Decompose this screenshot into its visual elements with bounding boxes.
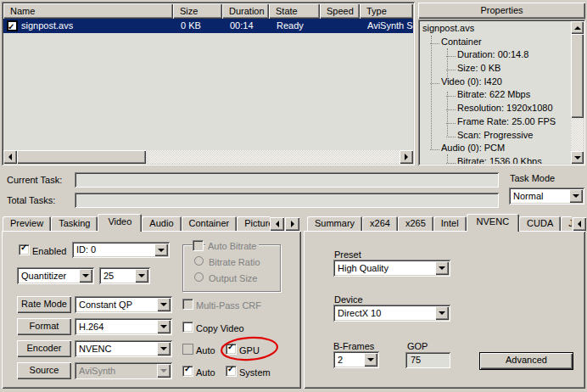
preset-select[interactable]: High Quality: [333, 260, 450, 277]
dropdown-button[interactable]: [364, 353, 377, 367]
tree-item[interactable]: Bitrate: 622 Mbps: [420, 88, 571, 102]
quantizer-mode-select[interactable]: Quantitizer: [17, 267, 94, 284]
auto2-checkbox[interactable]: [182, 366, 193, 377]
column-header-duration[interactable]: Duration: [222, 3, 269, 19]
total-tasks-label: Total Tasks:: [7, 195, 55, 205]
tab-preview[interactable]: Preview: [3, 216, 51, 231]
preset-value: High Quality: [338, 263, 433, 273]
tree-item[interactable]: Bitrate: 1536.0 Kbps: [420, 155, 571, 164]
tab-nvenc[interactable]: NVENC: [467, 214, 520, 232]
mediacoder-window: NameSizeDurationStateSpeedType signpost.…: [0, 0, 587, 392]
tree-item[interactable]: Scan: Progressive: [420, 129, 571, 143]
column-header-speed[interactable]: Speed: [320, 3, 360, 19]
file-list-selected-row[interactable]: signpost.avs0 KB00:14ReadyAviSynth Scri: [3, 19, 413, 33]
tree-item-label: Audio (0): PCM: [441, 142, 505, 155]
chevron-down-icon: [160, 369, 167, 372]
tab-label: NVENC: [477, 216, 510, 227]
task-mode-select[interactable]: Normal: [509, 188, 584, 204]
gop-input[interactable]: 75: [405, 352, 450, 368]
copy-video-checkbox[interactable]: [182, 322, 193, 333]
right-tabs-scroll-left-button[interactable]: [573, 217, 586, 231]
gpu-checkbox[interactable]: [226, 344, 237, 355]
auto-bitrate-auto-checkbox[interactable]: [182, 344, 193, 355]
left-tabs-scroll-right-button[interactable]: [285, 217, 299, 231]
tree-item-label: Frame Rate: 25.00 FPS: [457, 115, 556, 129]
source-button[interactable]: Source: [17, 362, 71, 379]
tree-item[interactable]: Video (0): I420: [420, 76, 571, 89]
tab-summary[interactable]: Summary: [307, 216, 362, 231]
dropdown-button[interactable]: [157, 320, 171, 333]
tree-item-label: Scan: Progressive: [457, 129, 533, 143]
total-tasks-progressbar: [75, 193, 499, 208]
tab-cuda[interactable]: CUDA: [519, 216, 561, 231]
tree-item[interactable]: Container: [420, 36, 571, 49]
vscrollbar-thumb[interactable]: [571, 34, 584, 118]
scroll-up-button[interactable]: [571, 21, 584, 34]
tab-tasking[interactable]: Tasking: [51, 216, 98, 231]
dropdown-button[interactable]: [154, 244, 168, 256]
tab-label: CUDA: [527, 218, 553, 228]
encoder-select[interactable]: NVENC: [75, 340, 172, 357]
tab-x264[interactable]: x264: [362, 216, 398, 231]
tab-label: Intel: [441, 218, 459, 228]
tab-intel[interactable]: Intel: [433, 216, 467, 231]
auto2-label: Auto: [196, 367, 215, 378]
system-checkbox[interactable]: [226, 366, 237, 377]
output-size-label: Output Size: [209, 273, 257, 283]
dropdown-button[interactable]: [157, 342, 171, 356]
tree-item[interactable]: signpost.avs: [420, 22, 571, 36]
file-list-horizontal-scrollbar[interactable]: [3, 150, 413, 164]
tree-item-label: Resolution: 1920x1080: [457, 102, 553, 115]
scroll-down-button[interactable]: [571, 151, 584, 164]
tree-item[interactable]: Duration: 00:14.8: [420, 48, 571, 62]
hscrollbar-thumb[interactable]: [17, 150, 146, 164]
tab-jm[interactable]: JM: [561, 216, 572, 231]
column-header-name[interactable]: Name: [3, 3, 173, 19]
row-checkbox[interactable]: [7, 20, 18, 31]
tab-video[interactable]: Video: [98, 214, 142, 232]
tab-container[interactable]: Container: [182, 216, 238, 231]
tab-label: Picture: [244, 218, 270, 228]
dropdown-button[interactable]: [135, 269, 148, 283]
quantizer-value-select[interactable]: 25: [99, 267, 150, 284]
dropdown-button[interactable]: [569, 189, 583, 203]
auto-bitrate-checkbox: [193, 240, 204, 251]
tab-x265[interactable]: x265: [398, 216, 433, 231]
rate-mode-select[interactable]: Constant QP: [75, 296, 172, 313]
properties-tree-items: signpost.avsContainerDuration: 00:14.8Si…: [420, 22, 571, 164]
bframes-select[interactable]: 2: [333, 351, 379, 368]
tab-picture[interactable]: Picture: [237, 216, 270, 231]
device-select[interactable]: DirectX 10: [333, 305, 450, 322]
multipass-crf-checkbox: [182, 299, 193, 310]
column-header-label: Speed: [327, 6, 354, 16]
column-header-state[interactable]: State: [269, 3, 320, 19]
tree-item[interactable]: Resolution: 1920x1080: [420, 102, 571, 115]
dropdown-button[interactable]: [435, 261, 449, 275]
tree-item[interactable]: Frame Rate: 25.00 FPS: [420, 115, 571, 129]
properties-header[interactable]: Properties: [418, 3, 585, 19]
format-select[interactable]: H.264: [75, 318, 172, 335]
encoder-button[interactable]: Encoder: [17, 340, 71, 357]
rate-mode-button[interactable]: Rate Mode: [17, 296, 71, 313]
enabled-label: Enabled: [32, 246, 66, 256]
dropdown-button[interactable]: [157, 298, 171, 311]
tree-item[interactable]: Size: 0 KB: [420, 62, 571, 76]
row-cell-value: AviSynth Scri: [367, 20, 413, 31]
row-cell-type: AviSynth Scri: [360, 19, 413, 33]
scroll-right-button[interactable]: [400, 150, 413, 164]
dropdown-button[interactable]: [79, 269, 92, 283]
column-header-size[interactable]: Size: [173, 3, 222, 19]
format-button[interactable]: Format: [17, 318, 71, 335]
left-tabs-scroll-left-button[interactable]: [270, 217, 284, 231]
stream-id-select[interactable]: ID: 0: [72, 242, 170, 258]
scroll-left-button[interactable]: [3, 150, 17, 164]
advanced-button[interactable]: Advanced: [479, 352, 573, 370]
dropdown-button[interactable]: [435, 306, 449, 320]
column-header-label: Size: [180, 6, 198, 16]
tree-item[interactable]: Audio (0): PCM: [420, 142, 571, 155]
tab-audio[interactable]: Audio: [142, 216, 181, 231]
column-header-type[interactable]: Type: [360, 3, 413, 19]
enabled-checkbox[interactable]: [19, 244, 30, 255]
properties-vertical-scrollbar[interactable]: [571, 21, 584, 164]
tab-label: Audio: [149, 218, 173, 228]
